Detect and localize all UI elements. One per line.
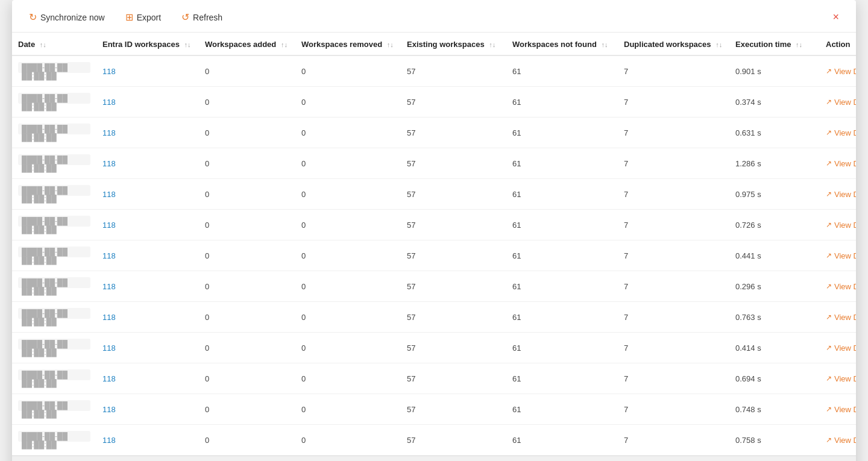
col-header-entra-id[interactable]: Entra ID workspaces ↑↓ bbox=[96, 33, 199, 55]
date-value: ████-██-██ ██:██:██ bbox=[18, 431, 90, 442]
external-link-icon: ↗ bbox=[826, 374, 832, 383]
col-header-date[interactable]: Date ↑↓ bbox=[12, 33, 96, 55]
date-value: ████-██-██ ██:██:██ bbox=[18, 369, 90, 380]
date-value: ████-██-██ ██:██:██ bbox=[18, 93, 90, 104]
modal-header: ↻ Synchronize now ⊞ Export ↺ Refresh × bbox=[12, 0, 856, 33]
entra-id-cell: 118 bbox=[96, 425, 199, 456]
sort-icon-removed: ↑↓ bbox=[387, 41, 394, 48]
removed-cell: 0 bbox=[295, 425, 401, 456]
removed-cell: 0 bbox=[295, 333, 401, 363]
entra-id-cell: 118 bbox=[96, 271, 199, 302]
view-detail-button[interactable]: ↗ View Detail bbox=[826, 190, 856, 199]
close-button[interactable]: × bbox=[828, 8, 844, 26]
entra-id-value: 118 bbox=[102, 436, 116, 445]
table-row: ████-██-██ ██:██:██11800576170.631 s↗ Vi… bbox=[12, 118, 856, 148]
entra-id-value: 118 bbox=[102, 251, 116, 260]
entra-id-cell: 118 bbox=[96, 333, 199, 363]
view-detail-button[interactable]: ↗ View Detail bbox=[826, 405, 856, 414]
external-link-icon: ↗ bbox=[826, 343, 832, 352]
view-detail-button[interactable]: ↗ View Detail bbox=[826, 343, 856, 353]
existing-cell: 57 bbox=[401, 118, 506, 148]
action-cell: ↗ View Detail bbox=[820, 240, 856, 271]
view-detail-button[interactable]: ↗ View Detail bbox=[826, 436, 856, 445]
date-cell: ████-██-██ ██:██:██ bbox=[12, 271, 96, 302]
refresh-icon: ↺ bbox=[181, 11, 189, 23]
existing-cell: 57 bbox=[401, 210, 506, 240]
existing-cell: 57 bbox=[401, 363, 506, 394]
col-header-not-found[interactable]: Workspaces not found ↑↓ bbox=[506, 33, 618, 55]
action-cell: ↗ View Detail bbox=[820, 363, 856, 394]
not-found-cell: 61 bbox=[506, 363, 618, 394]
removed-cell: 0 bbox=[295, 118, 401, 148]
view-detail-button[interactable]: ↗ View Detail bbox=[826, 159, 856, 168]
col-header-exec-time[interactable]: Execution time ↑↓ bbox=[729, 33, 820, 55]
duplicated-cell: 7 bbox=[618, 363, 729, 394]
not-found-cell: 61 bbox=[506, 87, 618, 118]
col-header-duplicated[interactable]: Duplicated workspaces ↑↓ bbox=[618, 33, 729, 55]
refresh-button[interactable]: ↺ Refresh bbox=[177, 9, 227, 25]
sort-icon-added: ↑↓ bbox=[281, 41, 288, 48]
view-detail-button[interactable]: ↗ View Detail bbox=[826, 282, 856, 291]
sort-icon-date: ↑↓ bbox=[40, 41, 46, 48]
duplicated-cell: 7 bbox=[618, 148, 729, 179]
table-row: ████-██-██ ██:██:██11800576170.414 s↗ Vi… bbox=[12, 333, 856, 363]
entra-id-value: 118 bbox=[102, 221, 116, 230]
table-row: ████-██-██ ██:██:██11800576170.694 s↗ Vi… bbox=[12, 363, 856, 394]
action-cell: ↗ View Detail bbox=[820, 333, 856, 363]
header-actions: ↻ Synchronize now ⊞ Export ↺ Refresh bbox=[24, 9, 227, 25]
view-detail-button[interactable]: ↗ View Detail bbox=[826, 374, 856, 383]
existing-cell: 57 bbox=[401, 148, 506, 179]
col-header-removed[interactable]: Workspaces removed ↑↓ bbox=[295, 33, 401, 55]
horizontal-scrollbar[interactable] bbox=[12, 456, 856, 461]
entra-id-cell: 118 bbox=[96, 118, 199, 148]
added-cell: 0 bbox=[199, 363, 295, 394]
added-cell: 0 bbox=[199, 240, 295, 271]
table-row: ████-██-██ ██:██:██11800576170.374 s↗ Vi… bbox=[12, 87, 856, 118]
export-label: Export bbox=[137, 13, 161, 22]
external-link-icon: ↗ bbox=[826, 436, 832, 444]
existing-cell: 57 bbox=[401, 425, 506, 456]
entra-id-cell: 118 bbox=[96, 148, 199, 179]
view-detail-button[interactable]: ↗ View Detail bbox=[826, 98, 856, 107]
not-found-cell: 61 bbox=[506, 240, 618, 271]
view-detail-button[interactable]: ↗ View Detail bbox=[826, 67, 856, 76]
col-header-existing[interactable]: Existing workspaces ↑↓ bbox=[401, 33, 506, 55]
added-cell: 0 bbox=[199, 271, 295, 302]
refresh-label: Refresh bbox=[193, 13, 222, 22]
view-detail-button[interactable]: ↗ View Detail bbox=[826, 313, 856, 322]
table-row: ████-██-██ ██:██:██11800576171.286 s↗ Vi… bbox=[12, 148, 856, 179]
exec-time-cell: 0.748 s bbox=[729, 394, 820, 425]
date-value: ████-██-██ ██:██:██ bbox=[18, 154, 90, 165]
date-cell: ████-██-██ ██:██:██ bbox=[12, 363, 96, 394]
added-cell: 0 bbox=[199, 302, 295, 333]
sort-icon-existing: ↑↓ bbox=[489, 41, 495, 48]
view-detail-button[interactable]: ↗ View Detail bbox=[826, 251, 856, 260]
table-row: ████-██-██ ██:██:██11800576170.748 s↗ Vi… bbox=[12, 394, 856, 425]
exec-time-cell: 0.414 s bbox=[729, 333, 820, 363]
added-cell: 0 bbox=[199, 425, 295, 456]
view-detail-button[interactable]: ↗ View Detail bbox=[826, 128, 856, 137]
col-header-action: Action bbox=[820, 33, 856, 55]
entra-id-cell: 118 bbox=[96, 394, 199, 425]
table-row: ████-██-██ ██:██:██11800576170.441 s↗ Vi… bbox=[12, 240, 856, 271]
export-button[interactable]: ⊞ Export bbox=[121, 9, 166, 25]
view-detail-button[interactable]: ↗ View Detail bbox=[826, 221, 856, 230]
external-link-icon: ↗ bbox=[826, 221, 832, 229]
not-found-cell: 61 bbox=[506, 179, 618, 210]
date-value: ████-██-██ ██:██:██ bbox=[18, 185, 90, 196]
action-cell: ↗ View Detail bbox=[820, 118, 856, 148]
existing-cell: 57 bbox=[401, 179, 506, 210]
duplicated-cell: 7 bbox=[618, 394, 729, 425]
exec-time-cell: 0.441 s bbox=[729, 240, 820, 271]
removed-cell: 0 bbox=[295, 210, 401, 240]
external-link-icon: ↗ bbox=[826, 282, 832, 290]
date-value: ████-██-██ ██:██:██ bbox=[18, 62, 90, 73]
duplicated-cell: 7 bbox=[618, 118, 729, 148]
sync-history-table: Date ↑↓ Entra ID workspaces ↑↓ Workspace… bbox=[12, 33, 856, 456]
exec-time-cell: 0.374 s bbox=[729, 87, 820, 118]
existing-cell: 57 bbox=[401, 271, 506, 302]
entra-id-cell: 118 bbox=[96, 363, 199, 394]
synchronize-now-button[interactable]: ↻ Synchronize now bbox=[24, 9, 110, 25]
col-header-added[interactable]: Workspaces added ↑↓ bbox=[199, 33, 295, 55]
close-icon: × bbox=[832, 11, 839, 23]
